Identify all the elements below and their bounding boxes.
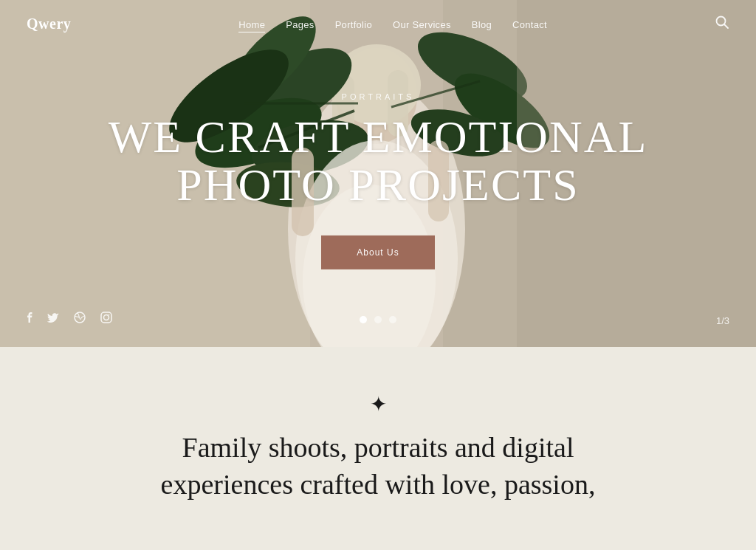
below-title-line1: Family shoots, portraits and digital — [182, 432, 574, 463]
below-title-line2: experiences crafted with love, passion, — [161, 469, 596, 500]
svg-point-30 — [109, 314, 110, 316]
star-icon: ✦ — [370, 394, 387, 415]
nav-item-home[interactable]: Home — [238, 18, 265, 31]
nav-item-blog[interactable]: Blog — [472, 18, 492, 31]
search-icon[interactable] — [715, 15, 729, 33]
nav-item-contact[interactable]: Contact — [512, 18, 547, 31]
nav-link-blog[interactable]: Blog — [472, 19, 492, 30]
dot-1[interactable] — [360, 316, 367, 323]
hero-section: Qwery Home Pages Portfolio Our Services … — [0, 0, 756, 347]
nav-link-services[interactable]: Our Services — [393, 19, 451, 30]
svg-line-26 — [724, 24, 728, 28]
about-us-button[interactable]: About Us — [321, 236, 434, 269]
logo: Qwery — [27, 16, 71, 32]
nav-item-services[interactable]: Our Services — [393, 18, 451, 31]
hero-content: PORTRAITS WE CRAFT EMOTIONAL PHOTO PROJE… — [0, 92, 756, 269]
dribbble-icon[interactable] — [74, 312, 86, 326]
below-title: Family shoots, portraits and digital exp… — [161, 430, 596, 503]
below-fold-section: ✦ Family shoots, portraits and digital e… — [0, 347, 756, 550]
hero-subtitle: PORTRAITS — [0, 92, 756, 101]
nav-link-home[interactable]: Home — [238, 19, 265, 32]
dot-3[interactable] — [389, 316, 396, 323]
nav-link-contact[interactable]: Contact — [512, 19, 547, 30]
twitter-icon[interactable] — [47, 312, 59, 326]
svg-rect-28 — [101, 312, 111, 323]
hero-title-line1: WE CRAFT EMOTIONAL — [109, 111, 648, 162]
nav-item-pages[interactable]: Pages — [286, 18, 314, 31]
slider-dots — [360, 316, 396, 323]
nav-links: Home Pages Portfolio Our Services Blog C… — [238, 18, 547, 31]
navbar: Qwery Home Pages Portfolio Our Services … — [0, 0, 756, 48]
instagram-icon[interactable] — [100, 312, 112, 326]
dot-2[interactable] — [374, 316, 382, 323]
facebook-icon[interactable] — [27, 312, 32, 326]
social-bar — [27, 312, 112, 326]
nav-link-portfolio[interactable]: Portfolio — [335, 19, 372, 30]
nav-link-pages[interactable]: Pages — [286, 19, 314, 30]
nav-item-portfolio[interactable]: Portfolio — [335, 18, 372, 31]
svg-point-29 — [104, 315, 109, 320]
slide-counter: 1/3 — [716, 315, 729, 326]
hero-title-line2: PHOTO PROJECTS — [176, 159, 579, 210]
hero-title: WE CRAFT EMOTIONAL PHOTO PROJECTS — [0, 113, 756, 209]
